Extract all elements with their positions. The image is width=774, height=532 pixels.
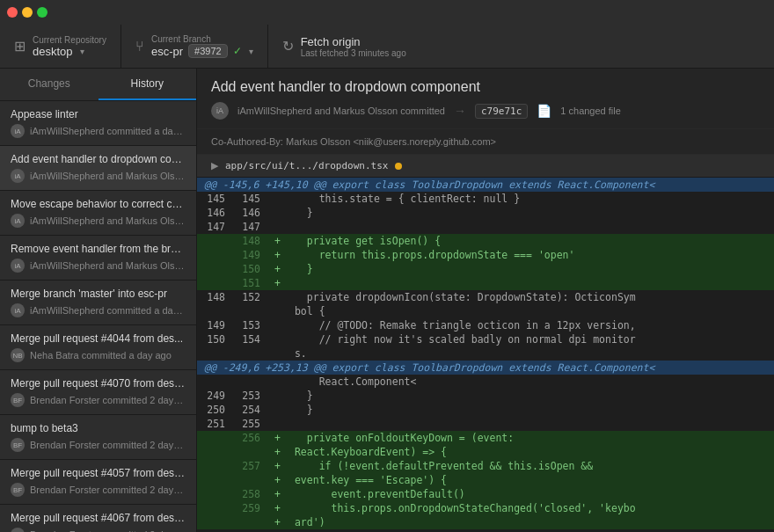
commit-item[interactable]: Appease linter iA iAmWillShepherd commit… xyxy=(0,101,196,146)
new-line-num: 149 xyxy=(232,248,267,262)
new-line-num: 145 xyxy=(232,192,267,206)
old-line-num xyxy=(197,431,232,445)
chevron-down-icon: ▾ xyxy=(249,47,253,56)
line-code: React.Component< xyxy=(288,375,774,389)
table-row: 151 + xyxy=(197,276,774,290)
commit-item[interactable]: Merge pull request #4067 from desk... BF… xyxy=(0,505,196,532)
line-code: React.KeyboardEvent) => { xyxy=(288,445,774,459)
commit-item[interactable]: Merge pull request #4044 from des... NB … xyxy=(0,325,196,370)
diff-marker: + xyxy=(267,459,288,473)
minimize-button[interactable] xyxy=(22,7,33,18)
new-line-num: 258 xyxy=(232,487,267,501)
new-line-num xyxy=(232,445,267,459)
branch-icon: ⑂ xyxy=(135,39,144,55)
line-code: // right now it's scaled badly on normal… xyxy=(288,332,774,346)
commit-author-text: iAmWillShepherd committed a day ago xyxy=(30,126,186,136)
line-code xyxy=(288,417,774,431)
diff-area[interactable]: ▶ app/src/ui/t.../dropdown.tsx @@ -145,6… xyxy=(197,155,774,532)
fetch-origin-section[interactable]: ↻ Fetch origin Last fetched 3 minutes ag… xyxy=(268,25,774,68)
chevron-right-icon: ▶ xyxy=(211,160,218,171)
fetch-label: Fetch origin xyxy=(301,35,406,48)
commit-author-text: iAmWillShepherd and Markus Olsson... xyxy=(30,171,186,181)
table-row: + event.key === 'Escape') { xyxy=(197,473,774,487)
line-code: bol { xyxy=(288,304,774,318)
table-row: React.Component< xyxy=(197,375,774,389)
commit-author-text: Brendan Forster committed 2 days ago xyxy=(30,440,186,450)
old-line-num xyxy=(197,248,232,262)
commit-item[interactable]: bump to beta3 BF Brendan Forster committ… xyxy=(0,415,196,460)
line-code: s. xyxy=(288,346,774,361)
diff-marker: + xyxy=(267,501,288,515)
tab-history[interactable]: History xyxy=(99,69,197,100)
current-repository-section[interactable]: ⊞ Current Repository desktop ▾ xyxy=(0,25,121,68)
table-row: 149 + return this.props.dropdownState ==… xyxy=(197,248,774,262)
old-line-num xyxy=(197,515,232,529)
close-button[interactable] xyxy=(7,7,18,18)
line-code: this.state = { clientRect: null } xyxy=(288,192,774,206)
old-line-num xyxy=(197,304,232,318)
table-row: 258 + event.preventDefault() xyxy=(197,487,774,501)
line-code: return this.props.dropdownState === 'ope… xyxy=(288,248,774,262)
line-code: } xyxy=(288,206,774,220)
diff-marker xyxy=(267,375,288,389)
current-branch-section[interactable]: ⑂ Current Branch esc-pr #3972 ✓ ▾ xyxy=(121,25,268,68)
commit-item[interactable]: Merge pull request #4057 from desk... BF… xyxy=(0,460,196,505)
file-header: ▶ app/src/ui/t.../dropdown.tsx xyxy=(197,155,774,178)
new-line-num: 146 xyxy=(232,206,267,220)
diff-marker: + xyxy=(267,487,288,501)
table-row: 145 145 this.state = { clientRect: null … xyxy=(197,192,774,206)
table-row: 150 + } xyxy=(197,262,774,276)
commit-title-text: Move escape behavior to correct co... xyxy=(11,198,186,210)
line-code: } xyxy=(288,262,774,276)
avatar: BF xyxy=(11,438,25,452)
fetch-sublabel: Last fetched 3 minutes ago xyxy=(301,48,406,58)
diff-table: @@ -145,6 +145,10 @@ export class Toolba… xyxy=(197,178,774,529)
diff-marker: + xyxy=(267,473,288,487)
line-code: private onFoldoutKeyDown = (event: xyxy=(288,431,774,445)
commit-title-text: Merge pull request #4067 from desk... xyxy=(11,512,186,524)
table-row: @@ -249,6 +253,13 @@ export class Toolba… xyxy=(197,361,774,375)
new-line-num: 255 xyxy=(232,417,267,431)
line-code: event.preventDefault() xyxy=(288,487,774,501)
avatar: iA xyxy=(211,102,229,120)
commit-item[interactable]: Remove event handler from the bran... iA… xyxy=(0,236,196,281)
line-code: // @TODO: Remake triangle octicon in a 1… xyxy=(288,318,774,332)
table-row: s. xyxy=(197,346,774,361)
maximize-button[interactable] xyxy=(37,7,47,18)
new-line-num: 256 xyxy=(232,431,267,445)
new-line-num xyxy=(232,473,267,487)
commit-item[interactable]: Move escape behavior to correct co... iA… xyxy=(0,191,196,236)
new-line-num: 257 xyxy=(232,459,267,473)
old-line-num: 148 xyxy=(197,290,232,304)
commit-title-text: Merge pull request #4070 from desk... xyxy=(11,377,186,390)
old-line-num xyxy=(197,445,232,459)
line-code xyxy=(288,220,774,234)
commit-item[interactable]: Add event handler to dropdown com... iA … xyxy=(0,146,196,191)
commit-author-text: iAmWillShepherd and Markus Olsson... xyxy=(30,215,186,226)
old-line-num: 250 xyxy=(197,403,232,417)
table-row: bol { xyxy=(197,304,774,318)
avatar: BF xyxy=(11,483,25,497)
commit-title-text: Merge branch 'master' into esc-pr xyxy=(11,288,186,300)
table-row: + ard') xyxy=(197,515,774,529)
new-line-num: 254 xyxy=(232,403,267,417)
chevron-down-icon: ▾ xyxy=(80,47,84,56)
branch-value: esc-pr #3972 ✓ ▾ xyxy=(151,44,253,58)
commit-message-secondary: Co-Authored-By: Markus Olsson <niik@user… xyxy=(197,129,774,155)
diff-marker xyxy=(267,192,288,206)
line-code: private dropdownIcon(state: DropdownStat… xyxy=(288,290,774,304)
commit-author: iAmWillShepherd and Markus Olsson commit… xyxy=(237,106,445,116)
commit-author-text: Brendan Forster committed 2 days ago xyxy=(30,395,186,405)
commit-item[interactable]: Merge branch 'master' into esc-pr iA iAm… xyxy=(0,281,196,325)
line-code: event.key === 'Escape') { xyxy=(288,473,774,487)
commit-item[interactable]: Merge pull request #4070 from desk... BF… xyxy=(0,370,196,415)
tab-changes[interactable]: Changes xyxy=(0,69,99,100)
commit-title-text: Remove event handler from the bran... xyxy=(11,243,186,255)
commit-header: Add event handler to dropdown component … xyxy=(197,69,774,129)
old-line-num: 147 xyxy=(197,220,232,234)
commit-info-row: iA iAmWillShepherd and Markus Olsson com… xyxy=(211,102,760,120)
commit-hash[interactable]: c79e71c xyxy=(475,104,528,119)
new-line-num xyxy=(232,375,267,389)
diff-marker: + xyxy=(267,445,288,459)
old-line-num xyxy=(197,473,232,487)
